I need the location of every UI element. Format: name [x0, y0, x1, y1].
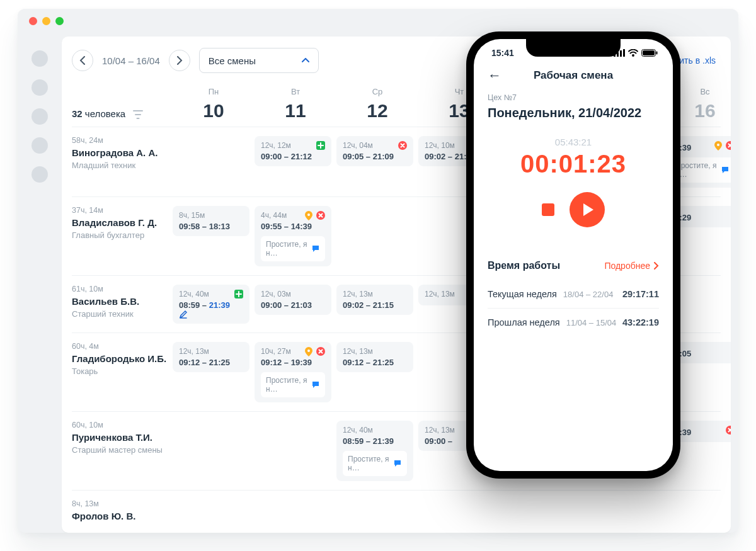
svg-rect-13: [623, 49, 625, 57]
day-title: Понедельник, 21/04/2022: [488, 106, 659, 120]
employee-name: Пуриченкова Т.И.: [72, 432, 168, 443]
sidebar-item[interactable]: [32, 79, 48, 96]
traffic-zoom-icon[interactable]: [55, 17, 64, 25]
people-count-number: 32: [72, 108, 83, 119]
shift-time: 09:05 – 21:09: [343, 152, 407, 161]
shift-duration: 8ч, 15м: [179, 211, 243, 220]
employee-role: Главный бухгалтер: [72, 230, 168, 240]
sidebar-item[interactable]: [32, 50, 48, 67]
plus-icon: [316, 141, 325, 150]
comment-icon: [721, 166, 730, 174]
employee-name: Виноградова А. А.: [72, 147, 168, 158]
wifi-icon: [628, 49, 638, 57]
people-count: 32 человека: [72, 108, 173, 122]
day-column: Ср 12: [336, 87, 418, 122]
shift-note[interactable]: Простите, я н…: [261, 236, 325, 261]
next-week-button[interactable]: [169, 50, 190, 71]
shop-label: Цех №7: [488, 93, 659, 102]
prev-week-button[interactable]: [72, 50, 93, 71]
week-row[interactable]: Текущая неделя18/04 – 22/04 29:17:11: [488, 280, 659, 309]
svg-rect-15: [643, 50, 655, 55]
sidebar-item[interactable]: [32, 166, 48, 183]
shift-card[interactable]: 12ч, 13м 09:02 – 21:15: [336, 285, 413, 315]
svg-point-7: [307, 349, 310, 352]
play-button[interactable]: [570, 192, 605, 227]
error-icon: [726, 426, 731, 435]
day-cell: 8ч, 15м 09:58 – 18:13: [173, 206, 255, 266]
day-cell: 12ч, 40м 08:59 – 21:39: [173, 285, 255, 324]
back-button[interactable]: ←: [488, 67, 501, 84]
employee-role: Старший мастер смены: [72, 445, 168, 455]
shift-card[interactable]: 12ч, 12м 09:00 – 21:12: [255, 136, 331, 166]
employee-name: Владиславов Г. Д.: [72, 217, 168, 228]
employee-hours: 37ч, 14м: [72, 206, 168, 215]
filter-icon[interactable]: [133, 110, 143, 119]
week-value: 29:17:11: [622, 289, 659, 299]
shift-card[interactable]: 12ч, 40м 08:59 – 21:39: [173, 285, 249, 324]
shift-time: 09:58 – 18:13: [179, 222, 243, 231]
shift-time: 08:59 – 21:39: [179, 300, 243, 319]
shift-time: 09:12 – 21:25: [343, 358, 407, 367]
shift-card[interactable]: 12ч, 04м 09:05 – 21:09: [336, 136, 413, 166]
shift-time: 09:02 – 21:15: [343, 300, 407, 310]
more-button[interactable]: Подробнее: [604, 261, 659, 271]
shift-card[interactable]: 12ч, 40м 08:59 – 21:39 Простите, я н…: [336, 421, 413, 481]
phone-navbar: ← Рабочая смена: [474, 69, 673, 82]
svg-point-4: [307, 213, 310, 216]
shift-note[interactable]: Простите, я н…: [343, 451, 407, 476]
day-cell: 10ч, 27м 09:12 – 19:39 Простите, я н…: [255, 342, 336, 402]
shift-duration: 12ч, 13м: [179, 347, 243, 356]
phone-notch: [526, 39, 621, 57]
employee-hours: 8ч, 13м: [72, 499, 168, 508]
error-icon: [316, 347, 325, 356]
employee-name: Васильев Б.В.: [72, 296, 168, 307]
employee-hours: 61ч, 10м: [72, 285, 168, 293]
employee-role: Младший техник: [72, 161, 168, 170]
shift-card[interactable]: 10ч, 27м 09:12 – 19:39 Простите, я н…: [255, 342, 331, 402]
employee-role: Токарь: [72, 366, 168, 376]
shift-card[interactable]: 4ч, 44м 09:55 – 14:39 Простите, я н…: [255, 206, 331, 266]
week-range: 11/04 – 15/04: [566, 318, 617, 327]
traffic-minimize-icon[interactable]: [42, 17, 50, 25]
stop-button[interactable]: [542, 203, 554, 216]
error-icon: [398, 141, 407, 150]
section-title: Время работы: [488, 260, 560, 271]
chevron-right-icon: [654, 262, 659, 270]
navbar-title: Рабочая смена: [534, 69, 613, 82]
day-column: Пн 10: [173, 87, 255, 122]
employee-info: 58ч, 24м Виноградова А. А. Младший техни…: [72, 136, 173, 188]
location-icon: [305, 211, 312, 220]
shift-card[interactable]: 8ч, 15м 09:58 – 18:13: [173, 206, 249, 236]
shift-time: 09:00 – 21:12: [261, 152, 325, 161]
svg-rect-12: [620, 50, 622, 57]
week-row[interactable]: Прошлая неделя11/04 – 15/04 43:22:19: [488, 309, 659, 336]
employee-hours: 60ч, 4м: [72, 342, 168, 351]
employee-info: 8ч, 13м Фролов Ю. В.: [72, 499, 173, 524]
shift-time: 09:55 – 14:39: [261, 222, 325, 231]
shift-note[interactable]: Простите, я н…: [261, 372, 325, 397]
employee-row: 8ч, 13м Фролов Ю. В.: [72, 490, 721, 533]
shift-card[interactable]: 12ч, 13м 09:12 – 21:25: [173, 342, 249, 372]
traffic-close-icon[interactable]: [29, 17, 37, 25]
titlebar: [18, 9, 738, 33]
comment-icon: [393, 459, 402, 468]
shift-card[interactable]: 12ч, 13м 09:12 – 21:25: [336, 342, 413, 372]
employee-hours: 58ч, 24м: [72, 136, 168, 145]
day-cell: [255, 421, 336, 481]
edit-icon[interactable]: [179, 310, 243, 319]
shift-select[interactable]: Все смены: [199, 48, 319, 73]
day-of-week: Ср: [336, 87, 418, 96]
svg-rect-16: [656, 52, 658, 55]
day-cell: [336, 499, 418, 524]
shift-card[interactable]: 12ч, 03м 09:00 – 21:03: [255, 285, 331, 315]
day-cell: [664, 499, 731, 524]
shift-duration: 12ч, 40м: [343, 426, 407, 435]
day-cell: 12ч, 13м 09:12 – 21:25: [336, 342, 418, 402]
day-cell: [418, 499, 500, 524]
svg-point-2: [717, 144, 719, 146]
sidebar-item[interactable]: [32, 137, 48, 154]
day-number: 11: [255, 100, 336, 122]
sidebar-item[interactable]: [32, 108, 48, 125]
day-cell: 12ч, 12м 09:00 – 21:12: [255, 136, 336, 188]
shift-time: 09:12 – 19:39: [261, 358, 325, 367]
